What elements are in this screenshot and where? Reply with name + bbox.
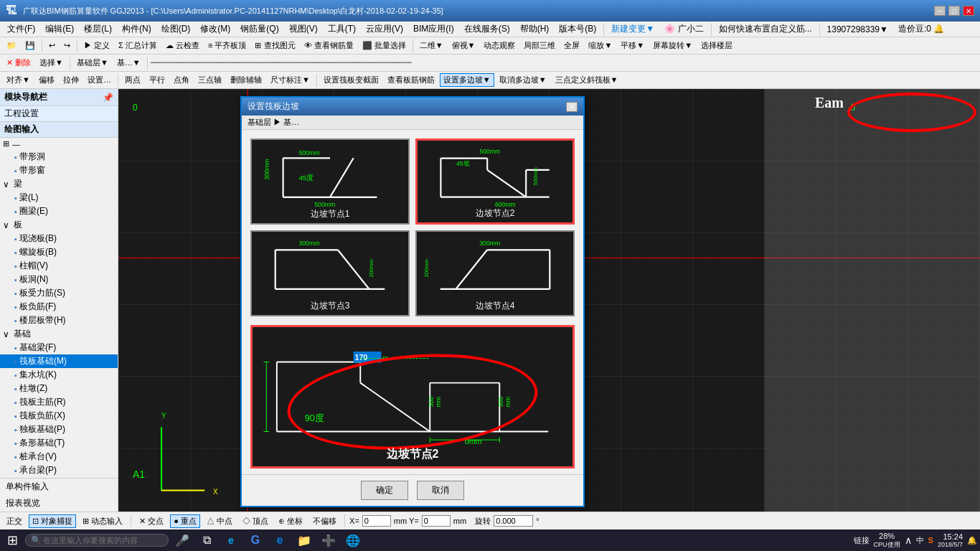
y-input[interactable] <box>422 515 451 527</box>
btn-cloud-check[interactable]: ☁ 云检查 <box>162 39 203 52</box>
tree-item-luoxuanb[interactable]: ▪ 螺旋板(B) <box>0 245 118 259</box>
btn-redo[interactable]: ↪ <box>60 39 74 52</box>
menu-help[interactable]: 帮助(H) <box>516 22 554 37</box>
panel-node-1[interactable]: 45度 500mm 300mm 500mm 边坡节点1 <box>250 138 410 225</box>
sidebar-minus-icon[interactable]: — <box>12 140 20 149</box>
menu-new-change[interactable]: 新建变更▼ <box>607 22 659 37</box>
taskbar-app-edge[interactable]: e <box>269 530 291 550</box>
tree-item-zhuangtai[interactable]: ▪ 桩承台(V) <box>0 450 118 463</box>
dialog-cancel-button[interactable]: 取消 <box>417 481 464 500</box>
btn-local-3d[interactable]: 局部三维 <box>520 39 559 52</box>
menu-view[interactable]: 视图(V) <box>285 22 322 37</box>
menu-guangxiao[interactable]: 🌸 广小二 <box>660 22 707 37</box>
taskbar-search-input[interactable] <box>25 534 169 547</box>
tree-item-tixingchuang[interactable]: ▪ 带形窗 <box>0 164 118 177</box>
tree-item-faban-zhujin[interactable]: ▪ 筏板主筋(R) <box>0 395 118 409</box>
large-panel[interactable]: 170 m 90度 300 mm 300 mm 0mm <box>250 325 575 468</box>
taskbar-app-network[interactable]: 🌐 <box>342 530 364 550</box>
btn-rotate[interactable]: 屏幕旋转▼ <box>649 39 696 52</box>
taskbar-notifications[interactable]: 🔔 <box>967 536 977 545</box>
rotate-input[interactable] <box>494 515 533 527</box>
tree-item-jishui[interactable]: ▪ 集水坑(K) <box>0 368 118 382</box>
menu-edit[interactable]: 编辑(E) <box>41 22 78 37</box>
status-vertex[interactable]: ◇ 顶点 <box>239 514 272 528</box>
menu-component[interactable]: 构件(N) <box>118 22 156 37</box>
btn-align[interactable]: 对齐▼ <box>3 73 34 87</box>
btn-align-top[interactable]: ≡ 平齐板顶 <box>204 39 250 52</box>
tree-item-bandong[interactable]: ▪ 板洞(N) <box>0 273 118 286</box>
sidebar-report[interactable]: 报表视览 <box>0 495 118 512</box>
tree-item-faban-fujin[interactable]: ▪ 筏板负筋(X) <box>0 409 118 423</box>
tree-item-liang-l[interactable]: ▪ 梁(L) <box>0 191 118 204</box>
menu-modify[interactable]: 修改(M) <box>196 22 235 37</box>
taskbar-input-method[interactable]: S <box>928 536 933 545</box>
btn-parallel[interactable]: 平行 <box>146 73 169 87</box>
start-button[interactable]: ⊞ <box>3 532 22 548</box>
sidebar-add-icon[interactable]: ⊞ <box>3 139 9 149</box>
sidebar-drawing[interactable]: 绘图输入 <box>0 122 118 138</box>
taskbar-app-cortana[interactable]: 🎤 <box>171 530 193 550</box>
btn-view-rebar[interactable]: 👁 查看钢筋量 <box>301 39 357 52</box>
btn-set-slope[interactable]: 设置多边坡▼ <box>440 73 494 87</box>
menu-cloud[interactable]: 云应用(V) <box>362 22 407 37</box>
btn-find[interactable]: ⊞ 查找图元 <box>251 39 298 52</box>
status-dynamic[interactable]: ⊞ 动态输入 <box>79 514 126 528</box>
taskbar-app-plus[interactable]: ➕ <box>318 530 339 550</box>
tree-item-tiaoxing[interactable]: ▪ 条形基础(T) <box>0 436 118 450</box>
tree-item-zhudun[interactable]: ▪ 柱墩(Z) <box>0 382 118 395</box>
tree-item-liang[interactable]: ∨ 梁 <box>0 177 118 191</box>
btn-dimension[interactable]: 尺寸标注▼ <box>267 73 314 87</box>
cad-area[interactable]: 0 5 A1 Y X 设置筏板边坡 ✕ 基础层 ▶ 基… <box>118 89 980 512</box>
minimize-button[interactable]: ─ <box>934 6 946 16</box>
maximize-button[interactable]: □ <box>948 6 960 16</box>
tree-item-xianjiaob[interactable]: ▪ 现浇板(B) <box>0 232 118 245</box>
menu-online[interactable]: 在线服务(S) <box>460 22 514 37</box>
btn-fullscreen[interactable]: 全屏 <box>560 39 583 52</box>
status-ortho[interactable]: 正交 <box>3 514 26 528</box>
x-input[interactable] <box>362 515 391 527</box>
menu-price[interactable]: 造价豆:0 🔔 <box>894 22 948 37</box>
tree-item-duban[interactable]: ▪ 独板基础(P) <box>0 423 118 436</box>
btn-del-aux[interactable]: 删除辅轴 <box>227 73 265 87</box>
menu-tips[interactable]: 如何快速布置自定义筋... <box>715 22 816 37</box>
btn-stretch[interactable]: 拉伸 <box>60 73 83 87</box>
btn-point-angle[interactable]: 点角 <box>170 73 193 87</box>
btn-set-section[interactable]: 设置筏板变截面 <box>320 73 382 87</box>
taskbar-app-folder[interactable]: 📁 <box>293 530 315 550</box>
tree-item-shoulijin[interactable]: ▪ 板受力筋(S) <box>0 286 118 300</box>
btn-base-floor[interactable]: 基础层▼ <box>73 56 112 70</box>
btn-undo[interactable]: ↩ <box>45 39 59 52</box>
menu-draw[interactable]: 绘图(D) <box>157 22 195 37</box>
status-cross[interactable]: ✕ 交点 <box>136 514 167 528</box>
btn-top-view[interactable]: 俯视▼ <box>448 39 479 52</box>
menu-floor[interactable]: 楼层(L) <box>80 22 116 37</box>
dialog-close-button[interactable]: ✕ <box>566 102 578 112</box>
status-snap[interactable]: ⊡ 对象捕捉 <box>29 514 76 528</box>
btn-cancel-slope[interactable]: 取消多边坡▼ <box>496 73 550 87</box>
tree-item-fujin[interactable]: ▪ 板负筋(F) <box>0 300 118 314</box>
tree-item-jichu[interactable]: ∨ 基础 <box>0 327 118 341</box>
btn-three-axis[interactable]: 三点轴 <box>194 73 225 87</box>
tree-item-jichuliang[interactable]: ▪ 基础梁(F) <box>0 341 118 354</box>
btn-pan[interactable]: 平移▼ <box>617 39 648 52</box>
menu-file[interactable]: 文件(F) <box>3 22 39 37</box>
btn-offset[interactable]: 偏移 <box>35 73 58 87</box>
panel-node-4[interactable]: 300mm 200mm 边坡节点4 <box>415 230 575 316</box>
tree-item-loudaib[interactable]: ▪ 楼层板带(H) <box>0 314 118 327</box>
menu-phone[interactable]: 13907298339▼ <box>823 23 892 36</box>
sidebar-engineering[interactable]: 工程设置 <box>0 106 118 122</box>
btn-2d[interactable]: 二维▼ <box>416 39 447 52</box>
tree-item-chengtailiang[interactable]: ▪ 承台梁(P) <box>0 463 118 477</box>
btn-select-floor[interactable]: 选择楼层 <box>697 39 736 52</box>
tree-item-ban[interactable]: ∨ 板 <box>0 218 118 232</box>
taskbar-lang[interactable]: 中 <box>916 535 924 546</box>
status-center[interactable]: ● 重点 <box>170 514 200 528</box>
close-button[interactable]: ✕ <box>963 6 974 16</box>
btn-view-slab[interactable]: 查看板筋钢筋 <box>384 73 438 87</box>
tree-item-quanliang[interactable]: ▪ 圈梁(E) <box>0 204 118 218</box>
dialog-title-bar[interactable]: 设置筏板边坡 ✕ <box>242 98 583 116</box>
btn-dynamic[interactable]: 动态观察 <box>480 39 519 52</box>
btn-define[interactable]: ▶ 定义 <box>80 39 113 52</box>
panel-node-2[interactable]: 45笔 500mm 500mm 600mm 边坡节点2 <box>415 138 575 225</box>
status-midpoint[interactable]: △ 中点 <box>203 514 236 528</box>
